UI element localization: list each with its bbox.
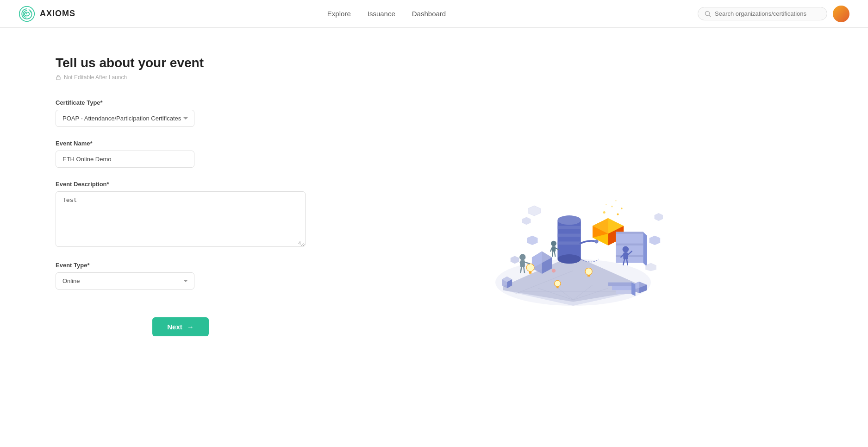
event-description-group: Event Description* Test 4 — [56, 181, 287, 249]
form-section: Tell us about your event Not Editable Af… — [56, 56, 287, 419]
logo-area: AXIOMS — [19, 6, 75, 22]
svg-rect-45 — [529, 271, 531, 273]
svg-point-51 — [519, 254, 525, 260]
svg-line-66 — [550, 248, 552, 251]
svg-point-26 — [611, 206, 612, 207]
main-nav: Explore Issuance Dashboard — [327, 10, 446, 18]
isometric-illustration — [476, 145, 670, 330]
svg-line-56 — [524, 267, 525, 272]
header: AXIOMS Explore Issuance Dashboard — [0, 0, 868, 28]
svg-point-28 — [606, 204, 607, 205]
event-name-group: Event Name* — [56, 140, 287, 168]
svg-point-30 — [615, 200, 617, 201]
event-type-group: Event Type* Online In-Person Hybrid — [56, 262, 287, 290]
next-button-container: Next → — [56, 317, 306, 336]
svg-rect-48 — [587, 275, 590, 276]
page-title: Tell us about your event — [56, 56, 287, 70]
event-name-input[interactable] — [56, 151, 194, 168]
nav-issuance[interactable]: Issuance — [368, 10, 395, 18]
search-icon — [705, 11, 711, 17]
svg-marker-72 — [510, 256, 518, 264]
svg-rect-35 — [616, 232, 643, 263]
event-description-textarea[interactable]: Test — [56, 191, 306, 247]
textarea-wrapper: Test 4 — [56, 191, 306, 249]
svg-rect-58 — [623, 252, 628, 259]
certificate-type-group: Certificate Type* POAP - Attendance/Part… — [56, 99, 287, 127]
svg-point-63 — [551, 240, 556, 246]
svg-rect-37 — [616, 243, 643, 245]
lock-icon — [56, 75, 61, 80]
next-button-label: Next — [167, 323, 182, 331]
svg-marker-71 — [522, 217, 530, 225]
svg-rect-24 — [557, 241, 581, 245]
illustration — [476, 145, 670, 330]
event-name-label: Event Name* — [56, 140, 287, 147]
not-editable-text: Not Editable After Launch — [64, 74, 127, 81]
svg-line-55 — [520, 267, 521, 272]
svg-rect-22 — [557, 226, 581, 229]
svg-line-2 — [709, 15, 711, 17]
svg-marker-70 — [649, 235, 660, 245]
nav-explore[interactable]: Explore — [327, 10, 351, 18]
main-content: Tell us about your event Not Editable Af… — [0, 28, 868, 447]
svg-marker-69 — [527, 235, 538, 245]
svg-rect-36 — [616, 232, 643, 233]
logo-text: AXIOMS — [40, 9, 75, 19]
search-container — [698, 7, 827, 20]
illustration-section — [287, 56, 831, 419]
nav-dashboard[interactable]: Dashboard — [412, 10, 446, 18]
svg-line-67 — [552, 252, 553, 256]
svg-rect-50 — [556, 286, 558, 288]
header-right — [698, 6, 849, 22]
char-count: 4 — [298, 240, 301, 246]
arrow-right-icon: → — [187, 323, 194, 331]
avatar[interactable] — [833, 6, 849, 22]
svg-point-25 — [603, 211, 605, 213]
svg-line-62 — [626, 259, 627, 265]
event-type-select[interactable]: Online In-Person Hybrid — [56, 272, 194, 290]
svg-point-49 — [554, 280, 560, 286]
svg-point-47 — [585, 268, 592, 275]
svg-point-21 — [557, 254, 581, 264]
svg-point-27 — [617, 213, 618, 215]
event-description-label: Event Description* — [56, 181, 287, 188]
svg-rect-76 — [616, 290, 631, 294]
search-input[interactable] — [715, 10, 820, 17]
certificate-type-select[interactable]: POAP - Attendance/Participation Certific… — [56, 110, 194, 127]
svg-marker-39 — [643, 232, 647, 267]
svg-point-79 — [551, 269, 555, 272]
svg-rect-3 — [56, 77, 60, 80]
svg-line-54 — [520, 262, 521, 265]
svg-rect-38 — [616, 255, 643, 257]
logo-icon — [19, 6, 35, 22]
svg-point-44 — [526, 264, 534, 271]
not-editable-note: Not Editable After Launch — [56, 74, 287, 81]
svg-marker-80 — [528, 206, 540, 216]
svg-point-29 — [621, 208, 622, 209]
svg-rect-23 — [557, 233, 581, 237]
svg-point-43 — [594, 239, 598, 243]
svg-rect-75 — [612, 286, 631, 290]
event-type-label: Event Type* — [56, 262, 287, 269]
svg-marker-73 — [654, 213, 662, 221]
svg-rect-74 — [608, 282, 631, 286]
next-button[interactable]: Next → — [152, 317, 209, 336]
svg-marker-81 — [645, 263, 656, 271]
svg-rect-64 — [551, 246, 555, 252]
svg-line-53 — [525, 262, 529, 263]
svg-point-57 — [622, 246, 628, 252]
svg-line-68 — [554, 252, 555, 256]
certificate-type-label: Certificate Type* — [56, 99, 287, 106]
svg-point-20 — [557, 215, 581, 225]
